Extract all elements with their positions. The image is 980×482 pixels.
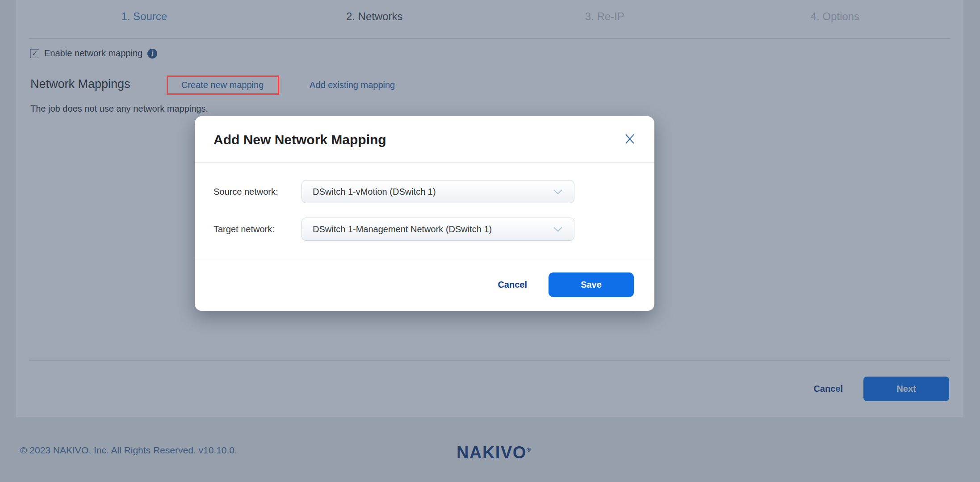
source-network-value: DSwitch 1-vMotion (DSwitch 1) (302, 187, 553, 197)
add-network-mapping-dialog: Add New Network Mapping Source network: … (195, 116, 654, 311)
target-network-dropdown[interactable]: DSwitch 1-Management Network (DSwitch 1) (302, 218, 574, 241)
dialog-title: Add New Network Mapping (214, 132, 386, 147)
target-network-value: DSwitch 1-Management Network (DSwitch 1) (302, 224, 553, 235)
dialog-footer: Cancel Save (498, 272, 634, 297)
dialog-save-button[interactable]: Save (549, 272, 634, 297)
dialog-cancel-button[interactable]: Cancel (498, 280, 527, 290)
app-screen: 1. Source 2. Networks 3. Re-IP 4. Option… (0, 0, 980, 482)
dialog-footer-divider (195, 258, 654, 258)
close-icon (624, 133, 636, 145)
source-network-dropdown[interactable]: DSwitch 1-vMotion (DSwitch 1) (302, 180, 574, 203)
dialog-header-divider (195, 162, 654, 163)
dialog-close-button[interactable] (622, 131, 637, 147)
chevron-down-icon (553, 227, 574, 232)
target-network-label: Target network: (214, 218, 275, 241)
chevron-down-icon (553, 189, 574, 194)
source-network-label: Source network: (214, 180, 278, 203)
